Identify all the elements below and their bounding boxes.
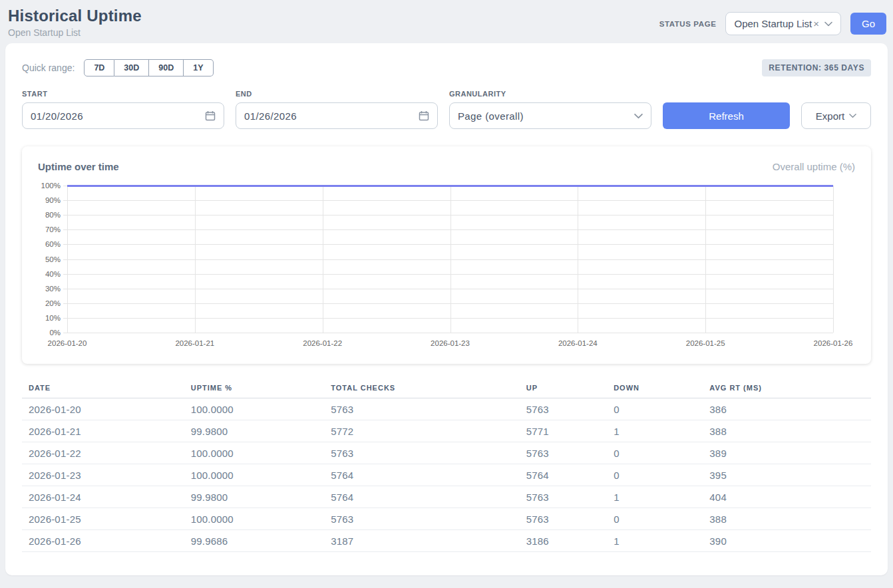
retention-badge: RETENTION: 365 DAYS — [762, 59, 871, 76]
table-row: 2026-01-20100.0000576357630386 — [22, 398, 871, 420]
quick-range-label: Quick range: — [22, 63, 75, 73]
start-date-input[interactable]: 01/20/2026 — [22, 102, 224, 129]
chevron-down-icon — [849, 113, 856, 118]
table-cell: 5763 — [520, 398, 607, 420]
table-cell: 3187 — [324, 530, 519, 552]
filters-row: START 01/20/2026 END 01/26/2026 GRANULAR… — [22, 90, 871, 129]
table-cell: 5763 — [520, 486, 607, 508]
column-header: UP — [520, 380, 607, 398]
gridline-vertical — [833, 186, 834, 333]
start-date-label: START — [22, 90, 224, 98]
y-axis-tick-label: 10% — [31, 314, 61, 322]
column-header: UPTIME % — [184, 380, 325, 398]
y-axis-tick-label: 70% — [31, 225, 61, 233]
table-cell: 99.9686 — [184, 530, 325, 552]
table-cell: 2026-01-22 — [22, 442, 184, 464]
quick-range-button-7d[interactable]: 7D — [84, 59, 114, 76]
quick-range-button-90d[interactable]: 90D — [149, 59, 184, 76]
table-cell: 2026-01-24 — [22, 486, 184, 508]
table-cell: 5772 — [324, 420, 519, 442]
page-header: Historical Uptime Open Startup List STAT… — [0, 0, 893, 43]
chart-header: Uptime over time Overall uptime (%) — [38, 161, 855, 172]
table-cell: 5763 — [324, 508, 519, 530]
y-axis-tick-label: 30% — [31, 285, 61, 293]
end-date-input[interactable]: 01/26/2026 — [236, 102, 438, 129]
page-title: Historical Uptime — [8, 7, 142, 25]
table-cell: 388 — [703, 508, 871, 530]
table-cell: 5764 — [324, 464, 519, 486]
table-row: 2026-01-2699.9686318731861390 — [22, 530, 871, 552]
granularity-field-group: GRANULARITY Page (overall) — [449, 90, 651, 129]
quick-range-button-1y[interactable]: 1Y — [184, 59, 213, 76]
table-cell: 99.9800 — [184, 420, 325, 442]
export-button[interactable]: Export — [801, 102, 871, 129]
table-cell: 1 — [607, 486, 703, 508]
main-panel: Quick range: 7D30D90D1Y RETENTION: 365 D… — [5, 43, 888, 575]
y-axis-tick-label: 40% — [31, 270, 61, 278]
x-axis-tick-label: 2026-01-24 — [558, 339, 598, 347]
table-cell: 2026-01-23 — [22, 464, 184, 486]
table-cell: 99.9800 — [184, 486, 325, 508]
table-row: 2026-01-25100.0000576357630388 — [22, 508, 871, 530]
column-header: TOTAL CHECKS — [324, 380, 519, 398]
y-axis-tick-label: 80% — [31, 211, 61, 219]
table-cell: 5763 — [324, 398, 519, 420]
quick-range-row: Quick range: 7D30D90D1Y RETENTION: 365 D… — [22, 59, 871, 76]
table-cell: 1 — [607, 420, 703, 442]
chart-title: Uptime over time — [38, 161, 119, 172]
table-cell: 2026-01-20 — [22, 398, 184, 420]
granularity-select[interactable]: Page (overall) — [449, 102, 651, 129]
table-row: 2026-01-2199.9800577257711388 — [22, 420, 871, 442]
header-right: STATUS PAGE Open Startup List × Go — [659, 12, 886, 35]
y-axis-tick-label: 20% — [31, 299, 61, 307]
table-cell: 1 — [607, 530, 703, 552]
table-cell: 5764 — [324, 486, 519, 508]
x-axis-tick-label: 2026-01-21 — [175, 339, 214, 347]
x-axis-tick-label: 2026-01-25 — [686, 339, 725, 347]
x-axis-tick-label: 2026-01-20 — [48, 339, 87, 347]
uptime-chart-card: Uptime over time Overall uptime (%) 100%… — [22, 146, 871, 364]
y-axis-tick-label: 100% — [31, 182, 61, 190]
chart-x-axis: 2026-01-202026-01-212026-01-222026-01-23… — [67, 337, 833, 355]
quick-range-group: Quick range: 7D30D90D1Y — [22, 59, 214, 76]
x-axis-tick-label: 2026-01-23 — [431, 339, 470, 347]
table-cell: 5763 — [520, 442, 607, 464]
start-date-value: 01/20/2026 — [31, 110, 83, 122]
table-cell: 0 — [607, 442, 703, 464]
table-cell: 395 — [703, 464, 871, 486]
table-row: 2026-01-22100.0000576357630389 — [22, 442, 871, 464]
status-page-select[interactable]: Open Startup List × — [725, 12, 841, 35]
chevron-down-icon — [824, 21, 832, 27]
table-cell: 2026-01-25 — [22, 508, 184, 530]
y-axis-tick-label: 50% — [31, 255, 61, 263]
table-cell: 0 — [607, 464, 703, 486]
table-cell: 388 — [703, 420, 871, 442]
table-cell: 100.0000 — [184, 398, 325, 420]
column-header: DOWN — [607, 380, 703, 398]
refresh-button[interactable]: Refresh — [663, 102, 790, 129]
table-cell: 5764 — [520, 464, 607, 486]
end-date-value: 01/26/2026 — [244, 110, 297, 122]
y-axis-tick-label: 90% — [31, 196, 61, 204]
chart-plot-area: 100%90%80%70%60%50%40%30%20%10%0% — [67, 186, 833, 333]
calendar-icon[interactable] — [419, 110, 429, 121]
start-date-field-group: START 01/20/2026 — [22, 90, 224, 129]
table-cell: 100.0000 — [184, 442, 325, 464]
go-button[interactable]: Go — [850, 13, 886, 35]
end-date-label: END — [236, 90, 438, 98]
quick-range-buttons: 7D30D90D1Y — [84, 59, 213, 76]
calendar-icon[interactable] — [205, 110, 216, 121]
status-page-selected-value: Open Startup List — [734, 18, 812, 29]
table-cell: 5771 — [520, 420, 607, 442]
table-cell: 5763 — [520, 508, 607, 530]
clear-selection-icon[interactable]: × — [813, 18, 819, 29]
granularity-label: GRANULARITY — [449, 90, 651, 98]
table-row: 2026-01-23100.0000576457640395 — [22, 464, 871, 486]
table-cell: 389 — [703, 442, 871, 464]
table-cell: 0 — [607, 398, 703, 420]
quick-range-button-30d[interactable]: 30D — [114, 59, 149, 76]
column-header: DATE — [22, 380, 184, 398]
uptime-table: DATEUPTIME %TOTAL CHECKSUPDOWNAVG RT (MS… — [22, 380, 871, 552]
x-axis-tick-label: 2026-01-22 — [303, 339, 342, 347]
uptime-line-series — [67, 185, 833, 332]
